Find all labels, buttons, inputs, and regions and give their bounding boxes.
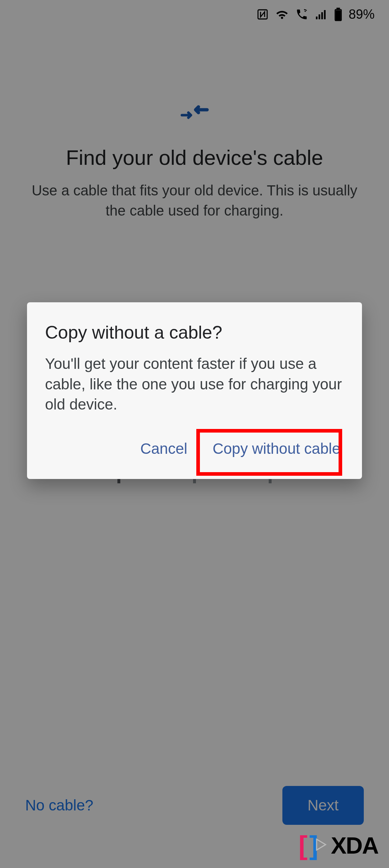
copy-without-cable-dialog: Copy without a cable? You'll get your co… (27, 302, 362, 479)
copy-without-cable-button[interactable]: Copy without cable (209, 433, 344, 465)
dialog-button-row: Cancel Copy without cable (45, 433, 344, 465)
xda-arrow-icon (320, 836, 329, 855)
dialog-body: You'll get your content faster if you us… (45, 354, 344, 415)
cancel-button[interactable]: Cancel (137, 433, 191, 465)
xda-text: XDA (331, 832, 378, 859)
dialog-title: Copy without a cable? (45, 322, 344, 343)
xda-bracket-left-icon: [ (299, 830, 308, 861)
xda-watermark: [] XDA (299, 830, 378, 861)
